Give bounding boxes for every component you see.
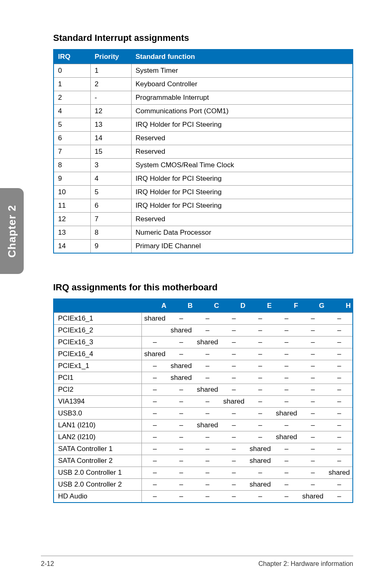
table-cell: – — [300, 360, 326, 372]
table-cell: Reserved — [131, 132, 353, 145]
table-row: 127Reserved — [54, 213, 353, 226]
row-label: HD Audio — [54, 491, 141, 503]
irq-assignments-table: ABCDEFGH PCIEx16_1shared–––––––PCIEx16_2… — [53, 298, 353, 503]
table-row: VIA1394–––shared–––– — [54, 396, 353, 408]
table-cell: – — [273, 420, 300, 431]
table-cell: – — [221, 443, 247, 455]
table-cell: shared — [300, 491, 326, 503]
table-cell: 13 — [54, 226, 90, 240]
table-cell: 15 — [90, 145, 131, 159]
table-cell: – — [168, 431, 194, 443]
page-footer: 2-12 Chapter 2: Hardware information — [0, 556, 390, 568]
table-cell: - — [90, 91, 131, 105]
table-row: PCIEx16_4shared––––––– — [54, 348, 353, 360]
row-label: PCI2 — [54, 384, 141, 396]
table-cell: shared — [194, 384, 220, 396]
row-label: SATA Controller 1 — [54, 443, 141, 455]
table-cell: – — [247, 420, 273, 431]
table-cell: – — [194, 467, 220, 479]
section2-title: IRQ assignments for this motherboard — [53, 282, 353, 293]
table-cell: shared — [326, 467, 353, 479]
table-cell: – — [300, 431, 326, 443]
table-cell: shared — [194, 337, 220, 348]
table-cell: – — [221, 491, 247, 503]
table-cell: – — [326, 491, 353, 503]
table-row: SATA Controller 1––––shared––– — [54, 443, 353, 455]
table-row: 2-Programmable Interrupt — [54, 91, 353, 105]
table-cell: – — [194, 313, 220, 325]
table-cell: – — [300, 348, 326, 360]
table-row: USB 2.0 Controller 2––––shared––– — [54, 479, 353, 491]
table-cell: – — [300, 443, 326, 455]
table-cell: – — [141, 396, 168, 408]
row-label: PCIEx16_1 — [54, 313, 141, 325]
table-cell: 8 — [90, 226, 131, 240]
row-label: LAN2 (I210) — [54, 431, 141, 443]
table-cell: – — [141, 420, 168, 431]
table-cell: – — [141, 384, 168, 396]
table-cell: – — [168, 420, 194, 431]
table-cell: – — [221, 420, 247, 431]
table-cell: shared — [221, 396, 247, 408]
table-cell: 13 — [90, 118, 131, 132]
table-cell: 14 — [90, 132, 131, 145]
table-cell: – — [221, 479, 247, 491]
table-row: PCIEx16_3––shared––––– — [54, 337, 353, 348]
table-cell: – — [326, 396, 353, 408]
table-cell: – — [141, 443, 168, 455]
table-cell: – — [247, 337, 273, 348]
table-cell: – — [300, 467, 326, 479]
table-row: 01System Timer — [54, 64, 353, 78]
table-cell: – — [273, 479, 300, 491]
table-cell: – — [221, 372, 247, 384]
table-row: PCI1–shared–––––– — [54, 372, 353, 384]
table-cell: – — [141, 408, 168, 420]
table-cell: shared — [194, 420, 220, 431]
table-row: PCIEx16_1shared––––––– — [54, 313, 353, 325]
table-cell: IRQ Holder for PCI Steering — [131, 118, 353, 132]
table-cell: – — [273, 384, 300, 396]
table-cell: shared — [273, 431, 300, 443]
table-cell: – — [273, 491, 300, 503]
table-cell: – — [300, 408, 326, 420]
table-row: 12Keyboard Controller — [54, 78, 353, 91]
footer-divider — [41, 556, 353, 556]
table-cell: – — [273, 348, 300, 360]
table-cell: shared — [168, 360, 194, 372]
table-row: 715Reserved — [54, 145, 353, 159]
table-cell: – — [168, 337, 194, 348]
table-cell: shared — [168, 325, 194, 337]
table-cell: 12 — [90, 105, 131, 118]
table-cell: 6 — [54, 132, 90, 145]
table-cell: – — [326, 360, 353, 372]
table-cell: – — [273, 443, 300, 455]
table-row: LAN1 (I210)––shared––––– — [54, 420, 353, 431]
table-cell: – — [194, 360, 220, 372]
table-cell: – — [194, 443, 220, 455]
col-header-blank — [54, 299, 141, 313]
table-cell: – — [326, 372, 353, 384]
table-row: LAN2 (I210)–––––shared–– — [54, 431, 353, 443]
table-cell: – — [247, 396, 273, 408]
row-label: PCI1 — [54, 372, 141, 384]
table-cell: – — [326, 431, 353, 443]
table-cell: – — [221, 313, 247, 325]
table-row: HD Audio––––––shared– — [54, 491, 353, 503]
table-row: PCI2––shared––––– — [54, 384, 353, 396]
table-cell: – — [221, 384, 247, 396]
row-label: USB 2.0 Controller 1 — [54, 467, 141, 479]
table-cell: – — [326, 443, 353, 455]
table-cell: – — [247, 372, 273, 384]
table-row: 94IRQ Holder for PCI Steering — [54, 172, 353, 186]
table-cell: – — [168, 384, 194, 396]
table-cell: 11 — [54, 199, 90, 213]
chapter-tab-label: Chapter 2 — [6, 205, 18, 258]
row-label: PCIEx1_1 — [54, 360, 141, 372]
col-header: H — [326, 299, 353, 313]
standard-interrupt-table: IRQ Priority Standard function 01System … — [53, 49, 353, 254]
table-cell: – — [168, 348, 194, 360]
table-cell: 3 — [90, 159, 131, 172]
col-header: E — [247, 299, 273, 313]
table-cell: 4 — [54, 105, 90, 118]
table-cell: – — [221, 348, 247, 360]
